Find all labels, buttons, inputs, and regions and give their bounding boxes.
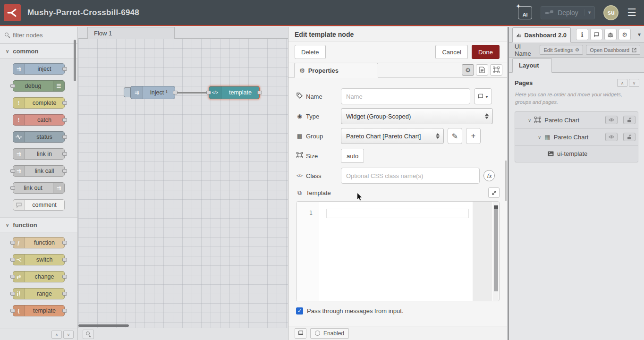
pages-header: Pages ∧ ∨ <box>509 73 644 87</box>
input-port <box>10 84 15 88</box>
edit-group-button[interactable]: ✎ <box>448 128 462 144</box>
expand-editor-button[interactable] <box>488 187 500 198</box>
deploy-caret-icon[interactable]: ▾ <box>584 9 595 16</box>
template-code-editor[interactable]: 1 <box>296 201 500 301</box>
layout-tab-bar: Layout <box>509 58 644 73</box>
palette-search-input[interactable] <box>13 32 69 39</box>
node-red-editor: Mushy-Parrot-Crossbill-6948 ✦ AI Deploy … <box>0 0 644 340</box>
appearance-view-button[interactable] <box>490 64 502 76</box>
tab-flow-1[interactable]: Flow 1 <box>87 27 175 39</box>
palette-node-link-in[interactable]: ⇉ link in <box>13 148 65 160</box>
palette-category-common[interactable]: ∨ common <box>0 43 77 59</box>
dialog-tabs: ⚙ Properties ⚙ <box>288 62 507 78</box>
expand-all-button[interactable]: ∨ <box>63 331 74 339</box>
output-port[interactable] <box>173 91 178 94</box>
input-port <box>10 258 15 262</box>
group-select[interactable]: Pareto Chart [Pareto Chart] <box>341 128 444 144</box>
visibility-toggle-button[interactable] <box>605 133 618 141</box>
dialog-tab-buttons: ⚙ <box>462 64 502 76</box>
output-port <box>62 241 67 245</box>
input-port[interactable] <box>206 91 211 94</box>
search-icon <box>86 332 91 337</box>
group-grid-icon: ▦ <box>544 134 550 141</box>
palette-category-function[interactable]: ∨ function <box>0 217 77 232</box>
catch-icon: ! <box>13 115 25 125</box>
expand-pages-button[interactable]: ∨ <box>629 79 639 87</box>
description-view-button[interactable] <box>476 64 488 76</box>
help-tab-button[interactable] <box>590 29 602 40</box>
canvas-hscrollbar[interactable] <box>78 324 288 327</box>
info-tab-button[interactable]: i <box>576 29 588 40</box>
wire-inject-to-template[interactable] <box>175 92 209 94</box>
eye-icon <box>609 135 614 139</box>
lock-toggle-button[interactable] <box>623 116 636 124</box>
collapse-all-button[interactable]: ∧ <box>51 331 62 339</box>
palette-node-range[interactable]: range <box>13 288 65 299</box>
palette-node-comment[interactable]: comment <box>13 199 65 211</box>
palette-node-debug[interactable]: debug ☰ <box>13 80 65 92</box>
bug-icon <box>608 32 613 38</box>
delete-button[interactable]: Delete <box>295 45 326 59</box>
book-icon <box>298 331 304 336</box>
open-dashboard-button[interactable]: Open Dashboard <box>586 45 640 55</box>
editor-scrollbar-thumb[interactable] <box>494 205 498 291</box>
palette-search[interactable] <box>0 27 77 43</box>
workspace-grid[interactable]: ⇉ inject ¹ </> template <box>78 39 288 328</box>
edit-settings-button[interactable]: Edit Settings ⚙ <box>540 45 583 55</box>
node-red-logo-icon <box>4 4 21 21</box>
cancel-button[interactable]: Cancel <box>435 45 467 59</box>
node-help-button[interactable] <box>295 328 306 339</box>
gear-icon: ⚙ <box>575 47 579 52</box>
editor-active-line[interactable] <box>326 209 469 218</box>
lock-toggle-button[interactable] <box>623 133 636 141</box>
palette-node-inject[interactable]: ⇉ inject <box>13 63 65 75</box>
palette-node-link-call[interactable]: ⇉ link call <box>13 165 65 177</box>
name-input[interactable] <box>341 88 470 104</box>
tree-item-group-pareto-chart[interactable]: ∨ ▦ Pareto Chart <box>515 129 638 146</box>
tree-item-page-pareto-chart[interactable]: ∨ Pareto Chart <box>515 112 638 129</box>
class-input[interactable] <box>341 168 480 184</box>
sidebar-menu-caret-icon[interactable]: ▾ <box>638 31 641 38</box>
palette-scrollbar[interactable] <box>74 40 76 81</box>
done-button[interactable]: Done <box>472 45 500 59</box>
tab-layout[interactable]: Layout <box>512 58 552 73</box>
tab-properties[interactable]: ⚙ Properties <box>294 63 378 78</box>
palette-node-template[interactable]: { template <box>13 305 65 316</box>
book-icon <box>478 94 483 99</box>
palette-node-link-out[interactable]: link out ⇉ <box>13 182 65 194</box>
deploy-button[interactable]: Deploy ▾ <box>541 6 595 19</box>
user-avatar[interactable]: su <box>603 5 619 20</box>
palette-node-catch[interactable]: ! catch <box>13 114 65 126</box>
input-port <box>10 309 15 313</box>
label-options-button[interactable]: ▾ <box>474 88 492 104</box>
size-auto-button[interactable]: auto <box>341 149 364 163</box>
fx-expression-button[interactable]: fx <box>483 170 495 181</box>
zoom-search-button[interactable] <box>83 330 94 339</box>
debug-tab-button[interactable] <box>604 29 617 40</box>
collapse-pages-button[interactable]: ∧ <box>617 79 627 87</box>
ai-assistant-button[interactable]: ✦ AI <box>518 6 532 19</box>
output-port[interactable] <box>257 91 262 94</box>
palette-node-function[interactable]: ƒ function <box>13 237 65 248</box>
dialog-scrollbar[interactable] <box>505 161 507 201</box>
tab-dashboard-2[interactable]: Dashboard 2.0 <box>512 27 571 42</box>
properties-view-button[interactable]: ⚙ <box>462 64 474 76</box>
gear-icon: ⚙ <box>622 31 627 38</box>
size-label: Size <box>306 153 318 160</box>
palette-node-change[interactable]: ⇄ change <box>13 271 65 282</box>
palette-node-status[interactable]: status <box>13 131 65 143</box>
tree-item-widget-ui-template[interactable]: ui-template <box>515 146 638 162</box>
book-icon <box>593 32 599 37</box>
flow-node-inject[interactable]: ⇉ inject ¹ <box>130 86 175 99</box>
type-select[interactable]: Widget (Group-Scoped) <box>341 108 493 124</box>
main-menu-icon[interactable]: ☰ <box>627 8 636 18</box>
visibility-toggle-button[interactable] <box>605 116 618 124</box>
settings-tab-button[interactable]: ⚙ <box>619 29 631 40</box>
pass-through-checkbox[interactable]: ✓ <box>296 307 303 314</box>
palette-node-complete[interactable]: ! complete <box>13 97 65 109</box>
input-port <box>10 292 15 296</box>
flow-node-template-selected[interactable]: </> template <box>209 86 260 99</box>
enabled-toggle-button[interactable]: Enabled <box>310 328 349 339</box>
add-group-button[interactable]: + <box>466 128 481 144</box>
palette-node-switch[interactable]: switch <box>13 254 65 265</box>
